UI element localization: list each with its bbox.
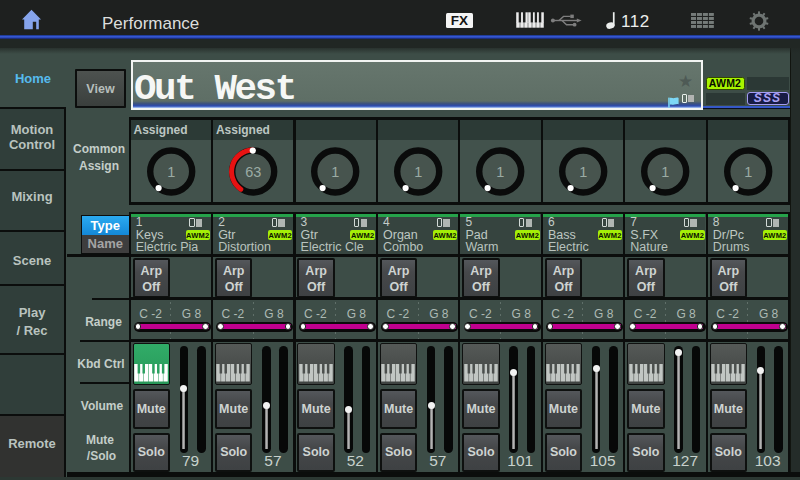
svg-text:1: 1 [579,164,587,180]
svg-text:1: 1 [744,164,752,180]
svg-text:1: 1 [167,164,175,180]
svg-text:1: 1 [332,164,340,180]
svg-text:1: 1 [661,164,669,180]
svg-text:1: 1 [496,164,504,180]
svg-text:63: 63 [245,164,261,180]
svg-text:1: 1 [414,164,422,180]
